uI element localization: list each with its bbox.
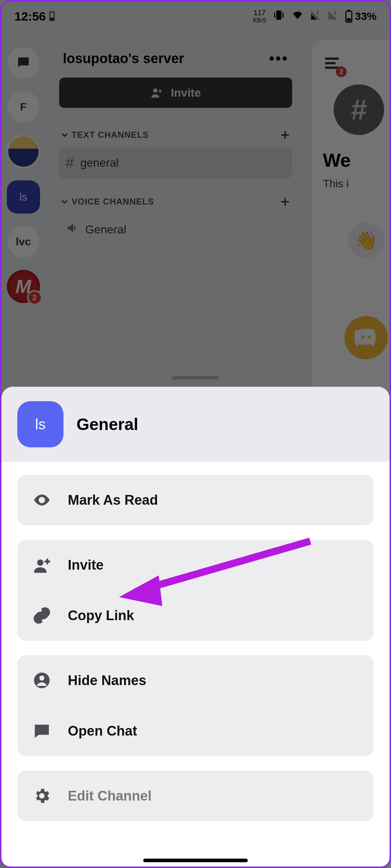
action-label: Invite (68, 557, 104, 573)
server-lvc[interactable]: lvc (8, 226, 39, 258)
welcome-heading: We (323, 149, 391, 171)
user-circle-icon (32, 671, 52, 690)
person-add-icon (32, 556, 52, 574)
svg-point-9 (40, 499, 44, 502)
channel-general-voice[interactable]: General (59, 214, 292, 245)
chevron-down-icon (61, 198, 68, 205)
channel-hash-avatar: # (334, 84, 384, 135)
battery-mini-icon (49, 12, 54, 21)
svg-rect-2 (282, 12, 284, 17)
welcome-subtitle: This i (323, 177, 391, 190)
server-more-icon[interactable]: ••• (269, 51, 289, 67)
gear-icon (32, 786, 52, 805)
edit-channel-button[interactable]: Edit Channel (17, 771, 374, 821)
mark-as-read-button[interactable]: Mark As Read (17, 475, 374, 525)
speaker-icon (66, 222, 79, 237)
server-invite-label: Invite (171, 86, 201, 100)
channel-general-text[interactable]: # general (59, 148, 292, 178)
status-bar: 12:56 117 KB/S ! ! 33% (0, 0, 391, 32)
server-avatar: ls (17, 401, 63, 447)
action-label: Edit Channel (68, 788, 151, 804)
chat-filled-icon (32, 722, 52, 740)
svg-point-12 (39, 676, 44, 681)
network-speed: 117 KB/S (253, 9, 266, 23)
voice-channels-header[interactable]: VOICE CHANNELS + (59, 189, 292, 214)
home-indicator[interactable] (143, 859, 248, 862)
clock: 12:56 (14, 9, 46, 23)
action-label: Mark As Read (68, 492, 158, 508)
invite-button[interactable]: Invite (17, 540, 374, 590)
server-cheese[interactable] (7, 135, 40, 168)
svg-text:!: ! (334, 10, 336, 15)
sheet-title: General (76, 415, 138, 434)
action-group-3: Hide Names Open Chat (17, 655, 374, 756)
channel-label: general (80, 156, 119, 170)
svg-point-10 (37, 560, 43, 566)
server-invite-button[interactable]: Invite (59, 78, 292, 108)
server-ls-selected[interactable]: ls (7, 180, 40, 214)
hash-icon: # (66, 155, 74, 171)
wifi-icon (291, 9, 304, 24)
wave-emoji-card[interactable]: 👋 (348, 222, 384, 258)
sheet-header: ls General (1, 387, 390, 462)
channel-context-sheet: ls General Mark As Read Invite (1, 387, 390, 867)
chevron-down-icon (61, 132, 68, 138)
link-icon (32, 606, 52, 625)
action-label: Hide Names (68, 673, 146, 688)
action-group-2: Invite Copy Link (17, 540, 374, 641)
svg-rect-7 (347, 18, 351, 21)
server-title[interactable]: losupotao's server (63, 51, 184, 66)
add-voice-channel-button[interactable]: + (280, 193, 290, 211)
action-group-1: Mark As Read (17, 475, 374, 525)
discord-logo-card[interactable] (344, 316, 388, 359)
hamburger-menu-icon[interactable] (323, 54, 341, 74)
svg-text:!: ! (317, 10, 318, 15)
text-channels-header[interactable]: TEXT CHANNELS + (59, 122, 292, 148)
sheet-grab-handle[interactable] (172, 376, 219, 380)
action-label: Open Chat (68, 723, 137, 739)
svg-rect-0 (276, 10, 281, 20)
eye-icon (32, 491, 52, 509)
action-label: Copy Link (68, 608, 134, 623)
signal-2-icon: ! (328, 10, 338, 23)
vibrate-icon (273, 9, 285, 24)
signal-1-icon: ! (310, 10, 321, 23)
svg-point-8 (153, 88, 158, 93)
channel-label: General (85, 223, 126, 236)
hide-names-button[interactable]: Hide Names (17, 655, 374, 706)
svg-rect-1 (274, 12, 275, 17)
action-group-4: Edit Channel (17, 771, 374, 821)
battery-icon: 33% (345, 10, 377, 23)
copy-link-button[interactable]: Copy Link (17, 590, 374, 641)
svg-rect-6 (347, 10, 350, 11)
direct-messages-button[interactable] (8, 47, 39, 79)
server-m[interactable]: M (7, 270, 40, 303)
add-text-channel-button[interactable]: + (280, 126, 290, 144)
open-chat-button[interactable]: Open Chat (17, 706, 374, 756)
server-f[interactable]: F (8, 91, 39, 123)
